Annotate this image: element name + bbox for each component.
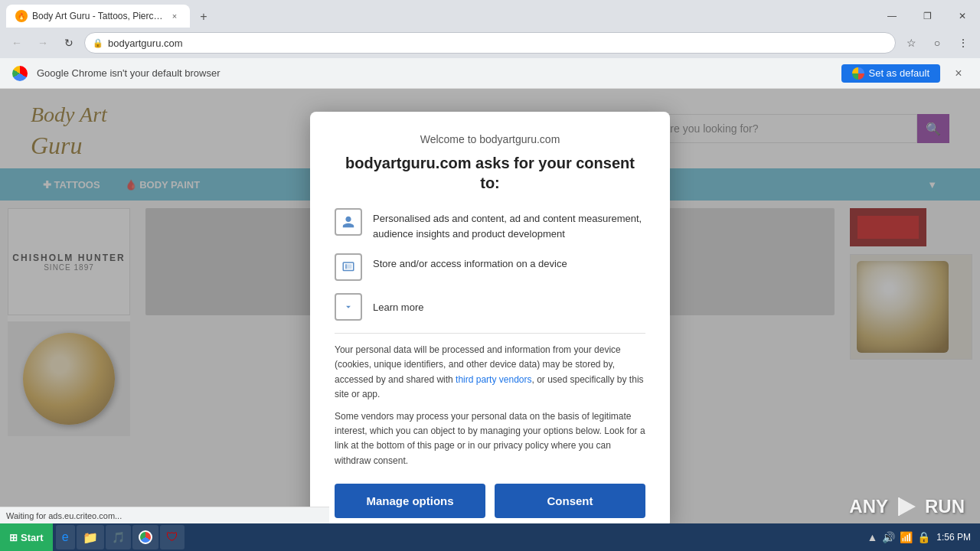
modal-body-paragraph-1: Your personal data will be processed and… (335, 343, 645, 402)
status-text: Waiting for ads.eu.criteo.com... (6, 511, 122, 520)
address-bar[interactable]: 🔒 bodyartguru.com (84, 32, 896, 54)
taskbar-right: ▲ 🔊 📶 🔒 1:56 PM (858, 531, 980, 543)
taskbar-items: e 📁 🎵 🛡 (53, 525, 858, 549)
title-bar: 🔥 Body Art Guru - Tattoos, Piercing M...… (0, 0, 980, 28)
modal-body-paragraph-2: Some vendors may process your personal d… (335, 409, 645, 468)
modal-overlay: Welcome to bodyartguru.com bodyartguru.c… (0, 89, 980, 551)
tab-title: Body Art Guru - Tattoos, Piercing M... (32, 11, 164, 21)
learn-more-text: Learn more (373, 302, 423, 313)
notification-close-button[interactable]: × (949, 64, 968, 83)
close-button[interactable]: ✕ (945, 5, 980, 28)
page-area: Body Art Guru 🔍 ✚ TATTOOS 🩸 BODY PAINT ▼… (0, 89, 980, 551)
taskbar-shield-icon[interactable]: 🛡 (160, 525, 185, 549)
lock-icon: 🔒 (93, 38, 103, 48)
profile-button[interactable]: ○ (926, 32, 948, 54)
start-button[interactable]: ⊞ Start (0, 523, 53, 551)
window-controls: — ❐ ✕ (874, 5, 980, 28)
modal-actions: Manage options Consent (335, 484, 645, 518)
start-label: Start (21, 532, 44, 543)
consent-text-personalized: Personalised ads and content, ad and con… (373, 208, 645, 241)
tray-volume-icon[interactable]: 🔊 (882, 531, 895, 543)
tray-arrow-icon[interactable]: ▲ (867, 531, 877, 543)
current-time: 1:56 PM (936, 532, 971, 543)
watermark-run: RUN (925, 496, 965, 517)
taskbar-chrome-icon[interactable] (132, 525, 158, 549)
bookmark-button[interactable]: ☆ (900, 32, 922, 54)
svg-marker-3 (899, 497, 916, 516)
tab-close-button[interactable]: × (168, 10, 181, 22)
modal-title: bodyartguru.com asks for your consent to… (335, 153, 645, 193)
consent-text-storage: Store and/or access information on a dev… (373, 253, 567, 272)
consent-item-storage: Store and/or access information on a dev… (335, 253, 645, 281)
notification-text: Google Chrome isn't your default browser (37, 67, 832, 79)
time-display: 1:56 PM (936, 532, 971, 543)
learn-more-item[interactable]: Learn more (335, 293, 645, 321)
active-tab[interactable]: 🔥 Body Art Guru - Tattoos, Piercing M...… (6, 5, 190, 28)
menu-button[interactable]: ⋮ (952, 32, 974, 54)
back-button[interactable]: ← (6, 32, 28, 54)
address-text: bodyartguru.com (108, 37, 887, 49)
modal-divider (335, 333, 645, 334)
taskbar-media-icon[interactable]: 🎵 (106, 525, 131, 549)
browser-window: 🔥 Body Art Guru - Tattoos, Piercing M...… (0, 0, 980, 551)
modal-welcome-text: Welcome to bodyartguru.com (335, 133, 645, 145)
taskbar-folder-icon[interactable]: 📁 (77, 525, 104, 549)
set-default-button[interactable]: Set as default (841, 64, 941, 83)
refresh-button[interactable]: ↻ (58, 32, 80, 54)
anyrun-watermark: ANY RUN (849, 494, 965, 519)
tray-security-icon[interactable]: 🔒 (917, 531, 930, 543)
chrome-logo-icon (12, 66, 28, 81)
minimize-button[interactable]: — (874, 5, 910, 28)
third-party-vendors-link[interactable]: third party vendors (456, 374, 531, 385)
consent-modal: Welcome to bodyartguru.com bodyartguru.c… (310, 112, 670, 528)
consent-item-personalized: Personalised ads and content, ad and con… (335, 208, 645, 241)
tab-favicon: 🔥 (15, 10, 28, 22)
navigation-bar: ← → ↻ 🔒 bodyartguru.com ☆ ○ ⋮ (0, 28, 980, 58)
tray-network-icon[interactable]: 📶 (900, 531, 913, 543)
watermark-any: ANY (849, 496, 888, 517)
forward-button[interactable]: → (32, 32, 54, 54)
system-tray: ▲ 🔊 📶 🔒 (867, 531, 930, 543)
taskbar-ie-icon[interactable]: e (56, 525, 75, 549)
taskbar: ⊞ Start e 📁 🎵 🛡 ▲ 🔊 📶 🔒 1:56 PM (0, 523, 980, 551)
device-icon (335, 253, 362, 281)
chevron-down-icon (335, 293, 362, 321)
notification-bar: Google Chrome isn't your default browser… (0, 58, 980, 89)
maximize-button[interactable]: ❐ (910, 5, 945, 28)
start-icon: ⊞ (9, 532, 18, 543)
chrome-small-icon (852, 67, 864, 80)
person-icon (335, 208, 362, 236)
manage-options-button[interactable]: Manage options (335, 484, 485, 518)
status-bar: Waiting for ads.eu.criteo.com... (0, 507, 329, 523)
consent-button[interactable]: Consent (495, 484, 645, 518)
new-tab-button[interactable]: + (193, 6, 214, 28)
watermark-play-icon (894, 494, 919, 519)
